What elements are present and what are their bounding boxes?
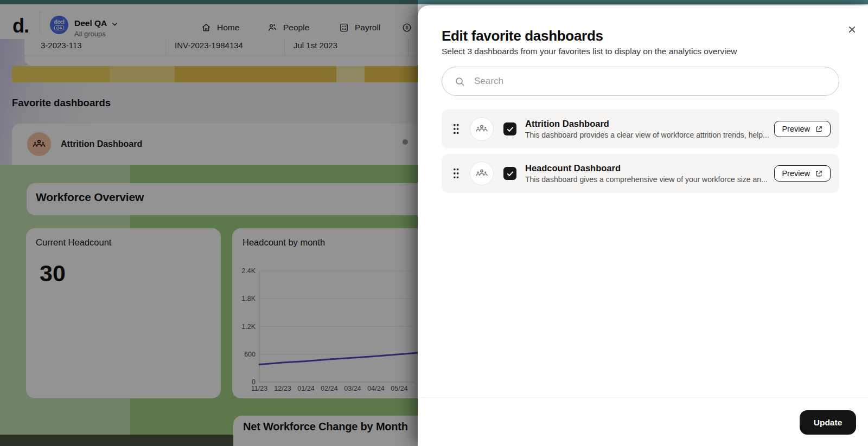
close-button[interactable] [844, 22, 859, 37]
drag-handle-icon[interactable] [452, 167, 459, 179]
dashboard-cover-footer [0, 435, 233, 446]
nav-label: Payroll [355, 23, 380, 33]
header-divider [40, 11, 40, 34]
modal-footer: Update [418, 397, 868, 446]
current-headcount-card [26, 228, 221, 398]
top-banner-strip [0, 0, 868, 4]
headcount-chart-title: Headcount by month [242, 237, 325, 248]
svg-text:01/24: 01/24 [297, 385, 314, 392]
svg-text:600: 600 [244, 351, 256, 358]
people-icon [267, 22, 278, 33]
svg-text:04/24: 04/24 [367, 385, 384, 392]
modal-title: Edit favorite dashboards [442, 28, 603, 44]
net-change-title: Net Workforce Change by Month [243, 421, 408, 433]
nav-item-payroll[interactable]: Payroll [339, 22, 380, 33]
headcount-line-chart: 2.4K1.8K1.2K600011/2312/2301/2402/2403/2… [239, 264, 418, 397]
dashboard-list-item[interactable]: Attrition Dashboard This dashboard provi… [442, 109, 839, 148]
home-icon [201, 22, 212, 33]
svg-text:1.8K: 1.8K [241, 295, 256, 302]
current-headcount-label: Current Headcount [36, 237, 111, 248]
external-link-icon [815, 125, 823, 133]
org-switcher-name[interactable]: Deel QA [74, 18, 107, 28]
nav-item-people[interactable]: People [267, 22, 309, 33]
favorite-card-dot [403, 139, 408, 145]
dashboard-item-description: This dashboard gives a comprehensive vie… [525, 175, 772, 184]
preview-label: Preview [782, 169, 810, 178]
svg-text:$: $ [406, 25, 409, 30]
org-avatar-text: deel [54, 20, 65, 25]
chevron-down-icon[interactable] [110, 20, 119, 29]
search-icon [454, 76, 465, 87]
deel-logo[interactable]: d. [12, 16, 29, 36]
svg-text:05/24: 05/24 [391, 385, 407, 392]
group-icon [32, 137, 46, 151]
current-headcount-value: 30 [40, 260, 66, 287]
preview-label: Preview [782, 125, 810, 133]
dashboard-avatar [470, 161, 494, 185]
workforce-overview-title: Workforce Overview [36, 191, 144, 204]
dashboard-item-title: Headcount Dashboard [525, 163, 774, 173]
external-link-icon [815, 170, 823, 178]
dashboard-checkbox[interactable] [503, 167, 516, 180]
payroll-icon [339, 22, 349, 33]
preview-button[interactable]: Preview [774, 121, 831, 137]
update-button[interactable]: Update [800, 410, 856, 435]
nav-item-home[interactable]: Home [201, 22, 239, 33]
search-input[interactable] [473, 75, 827, 87]
screen: 3-2023-113 INV-2023-1984134 Jul 1st 2023… [0, 0, 868, 446]
svg-text:02/24: 02/24 [321, 385, 337, 392]
svg-text:1.2K: 1.2K [241, 323, 256, 331]
group-icon [475, 167, 488, 180]
dashboard-item-description: This dashboard provides a clear view of … [525, 131, 772, 139]
org-avatar[interactable]: deel QA [50, 16, 68, 34]
dashboard-list-item[interactable]: Headcount Dashboard This dashboard gives… [442, 154, 839, 193]
svg-text:11/23: 11/23 [251, 385, 267, 392]
modal-subtitle: Select 3 dashboards from your favorites … [442, 47, 737, 56]
dashboard-avatar [470, 117, 494, 141]
dashboard-checkbox[interactable] [503, 122, 516, 135]
nav-label: Home [217, 23, 239, 33]
check-icon [506, 169, 515, 178]
dashboard-item-title: Attrition Dashboard [525, 119, 774, 128]
favorite-card-title: Attrition Dashboard [61, 139, 142, 149]
preview-button[interactable]: Preview [774, 165, 831, 182]
search-field[interactable] [442, 67, 839, 96]
attrition-dashboard-avatar [27, 132, 51, 156]
svg-text:2.4K: 2.4K [241, 267, 256, 275]
check-icon [506, 125, 515, 134]
org-switcher-scope[interactable]: All groups [74, 30, 106, 38]
dollar-icon: $ [401, 22, 412, 33]
org-avatar-badge: QA [54, 25, 63, 31]
svg-text:03/24: 03/24 [344, 385, 361, 392]
drag-handle-icon[interactable] [452, 123, 459, 135]
close-icon [847, 24, 857, 35]
favorites-heading: Favorite dashboards [12, 97, 111, 109]
edit-favorites-modal: Edit favorite dashboards Select 3 dashbo… [418, 5, 868, 446]
svg-text:12/23: 12/23 [274, 385, 291, 392]
nav-label: People [283, 23, 309, 33]
nav-item-partial[interactable]: $ [401, 22, 418, 33]
group-icon [475, 122, 488, 135]
